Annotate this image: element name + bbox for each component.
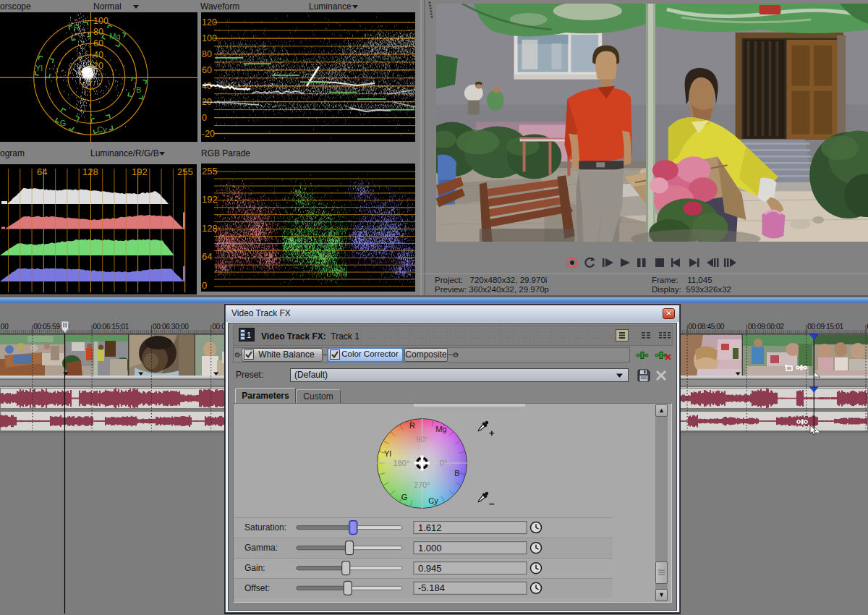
- svg-text:60: 60: [202, 65, 212, 75]
- svg-text:Gamma:: Gamma:: [244, 543, 278, 553]
- svg-text:270°: 270°: [414, 480, 430, 489]
- svg-text:Offset:: Offset:: [244, 583, 270, 593]
- svg-text:Yl: Yl: [384, 449, 391, 458]
- svg-text:100: 100: [202, 33, 217, 43]
- svg-text:80: 80: [202, 49, 212, 59]
- svg-text:20: 20: [93, 61, 103, 71]
- svg-text:00:06:15;01: 00:06:15;01: [93, 323, 129, 331]
- svg-text:1.000: 1.000: [418, 543, 442, 554]
- svg-text:Cy: Cy: [97, 125, 107, 134]
- svg-text:−: −: [489, 499, 495, 509]
- svg-text:00:08:45;00: 00:08:45;00: [689, 323, 725, 331]
- svg-text:0: 0: [202, 280, 207, 291]
- svg-text:R: R: [409, 421, 415, 430]
- svg-text:00:06:30;00: 00:06:30;00: [153, 323, 189, 331]
- svg-text:Saturation:: Saturation:: [244, 522, 286, 533]
- svg-text:;00: ;00: [0, 323, 9, 331]
- svg-text:-5.184: -5.184: [418, 582, 445, 593]
- svg-text:90°: 90°: [416, 435, 428, 444]
- svg-text:255: 255: [202, 166, 218, 177]
- svg-text:G: G: [60, 119, 67, 127]
- svg-text:40: 40: [93, 50, 103, 60]
- svg-text:128: 128: [82, 166, 98, 177]
- svg-text:0.945: 0.945: [418, 563, 442, 574]
- svg-text:0: 0: [202, 113, 207, 123]
- svg-text:G: G: [401, 493, 408, 501]
- svg-text:+: +: [489, 428, 495, 438]
- svg-text:120: 120: [202, 17, 217, 27]
- svg-text:192: 192: [132, 166, 148, 177]
- svg-text:180°: 180°: [393, 459, 410, 467]
- svg-text:Gain:: Gain:: [244, 563, 265, 573]
- svg-text:60: 60: [93, 38, 103, 48]
- svg-text:00:05:59;29: 00:05:59;29: [33, 323, 69, 331]
- svg-text:Yl: Yl: [35, 64, 43, 72]
- svg-text:64: 64: [37, 166, 47, 177]
- svg-text:Mg: Mg: [109, 32, 120, 41]
- svg-text:0°: 0°: [440, 459, 448, 467]
- svg-text:Cy: Cy: [428, 496, 438, 505]
- svg-text:1: 1: [247, 331, 251, 339]
- svg-text:B: B: [136, 85, 141, 94]
- svg-text:00:09:15;01: 00:09:15;01: [807, 323, 843, 331]
- svg-text:B: B: [454, 469, 459, 478]
- svg-text:64: 64: [202, 251, 212, 262]
- svg-text:Mg: Mg: [435, 425, 446, 433]
- svg-text:-20: -20: [202, 129, 215, 139]
- svg-text:192: 192: [202, 194, 218, 205]
- svg-text:00:09:00;02: 00:09:00;02: [748, 323, 784, 331]
- svg-text:100: 100: [93, 16, 109, 26]
- svg-text:1.612: 1.612: [418, 522, 442, 533]
- svg-text:80: 80: [93, 27, 103, 37]
